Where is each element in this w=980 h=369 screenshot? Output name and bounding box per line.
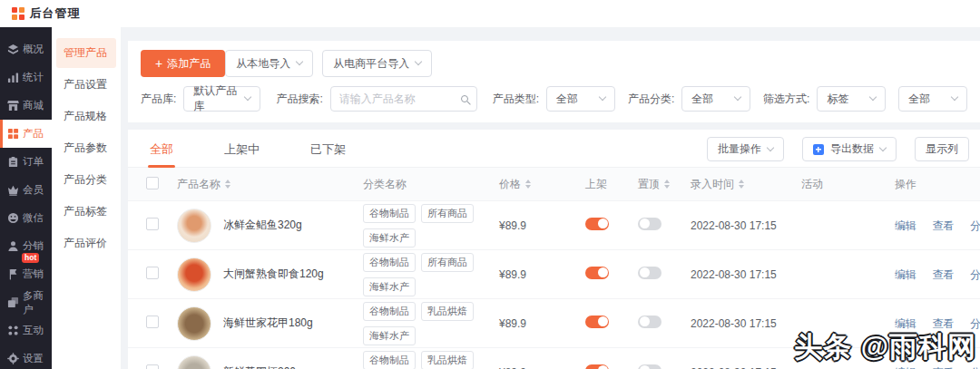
sidebar-item-interaction[interactable]: 互动 — [0, 316, 52, 345]
pin-toggle[interactable] — [638, 316, 662, 328]
category-tag: 谷物制品 — [363, 302, 416, 321]
on-shelf-toggle[interactable] — [585, 218, 609, 230]
import-local-button[interactable]: 从本地导入 — [225, 50, 313, 77]
search-icon[interactable] — [461, 95, 468, 102]
search-label: 产品搜索: — [276, 92, 322, 107]
row-checkbox[interactable] — [146, 218, 159, 230]
pin-toggle[interactable] — [638, 267, 662, 279]
sidebar-item-overview[interactable]: 概况 — [0, 35, 52, 63]
secondary-sidebar: 管理产品 产品设置 产品规格 产品参数 产品分类 产品标签 产品评价 — [52, 27, 121, 369]
edit-link[interactable]: 编辑 — [895, 219, 916, 232]
category-tags: 谷物制品乳品烘焙 海鲜水产 — [363, 302, 499, 345]
product-price: ¥89.9 — [499, 268, 585, 281]
sidebar-item-multi-merchant[interactable]: 多商户 — [0, 288, 52, 316]
column-activity: 活动 — [801, 178, 823, 190]
sidebar-item-members[interactable]: 会员 — [0, 176, 52, 204]
table-row: 海鲜世家花甲180g 谷物制品乳品烘焙 海鲜水产 ¥89.9 2022-08-3… — [128, 298, 980, 347]
select-all-checkbox[interactable] — [146, 177, 159, 189]
add-product-button[interactable]: + 添加产品 — [141, 50, 225, 77]
sidebar-item-marketing[interactable]: 营销 hot — [0, 260, 52, 288]
pin-toggle[interactable] — [638, 218, 662, 230]
tab-off-shelf[interactable]: 已下架 — [310, 131, 346, 168]
method-select[interactable]: 标签 — [817, 86, 886, 112]
product-thumbnail — [177, 306, 211, 341]
category-tags: 谷物制品所有商品 海鲜水产 — [363, 204, 499, 248]
toolbar-card: + 添加产品 从本地导入 从电商平台导入 产品库: 默认产品库 — [128, 41, 980, 122]
tab-on-shelf[interactable]: 上架中 — [224, 131, 260, 168]
share-link[interactable]: 分享 — [970, 317, 980, 330]
tabs-bar: 全部 上架中 已下架 批量操作 导出数据 — [128, 131, 980, 168]
sidebar-item-wechat[interactable]: 微信 — [0, 204, 52, 232]
sidebar-item-products[interactable]: 产品 — [0, 120, 52, 148]
category-tags: 谷物制品乳品烘焙 海鲜水产 — [363, 351, 499, 369]
batch-operations-button[interactable]: 批量操作 — [707, 137, 784, 161]
view-link[interactable]: 查看 — [932, 268, 954, 281]
filter-bar: 产品库: 默认产品库 产品搜索: 产品类型: 全部 产品 — [141, 86, 967, 112]
category-tag: 乳品烘焙 — [421, 302, 474, 321]
sidebar-item-orders[interactable]: 订单 — [0, 148, 52, 176]
view-link[interactable]: 查看 — [932, 219, 954, 232]
share-link[interactable]: 分享 — [970, 268, 980, 281]
edit-link[interactable]: 编辑 — [895, 317, 916, 330]
table-row: 新鲜基围虾200g 谷物制品乳品烘焙 海鲜水产 ¥89.9 2022-08-30… — [128, 347, 980, 369]
pin-toggle[interactable] — [638, 364, 662, 369]
row-checkbox[interactable] — [146, 364, 159, 369]
library-select[interactable]: 默认产品库 — [183, 86, 260, 112]
row-checkbox[interactable] — [146, 267, 159, 279]
gear-icon — [7, 353, 19, 364]
column-category: 分类名称 — [363, 178, 407, 190]
category-select[interactable]: 全部 — [681, 86, 750, 112]
sort-icon[interactable] — [739, 180, 744, 189]
submenu-item-product-params[interactable]: 产品参数 — [52, 133, 121, 163]
export-data-button[interactable]: 导出数据 — [802, 137, 897, 161]
category-tag: 乳品烘焙 — [421, 351, 474, 369]
column-pinned: 置顶 — [638, 177, 660, 192]
product-search-box — [330, 86, 477, 112]
row-checkbox[interactable] — [146, 316, 159, 328]
tab-all[interactable]: 全部 — [150, 131, 173, 168]
on-shelf-toggle[interactable] — [585, 316, 609, 328]
library-label: 产品库: — [141, 92, 176, 107]
import-platform-button[interactable]: 从电商平台导入 — [322, 50, 432, 77]
product-table-card: 全部 上架中 已下架 批量操作 导出数据 — [128, 130, 980, 369]
sort-icon[interactable] — [525, 180, 531, 189]
sort-icon[interactable] — [664, 180, 670, 189]
submenu-item-product-tags[interactable]: 产品标签 — [52, 197, 121, 227]
sidebar-item-stats[interactable]: 统计 — [0, 63, 52, 92]
sort-icon[interactable] — [225, 180, 230, 189]
share-link[interactable]: 分享 — [970, 219, 980, 232]
show-columns-button[interactable]: 显示列 — [915, 137, 969, 161]
product-price: ¥89.9 — [499, 366, 585, 369]
sidebar-item-settings[interactable]: 设置 — [0, 345, 52, 369]
sidebar-item-mall[interactable]: 商城 — [0, 92, 52, 120]
method-value-select[interactable]: 全部 — [898, 86, 967, 112]
view-link[interactable]: 查看 — [932, 317, 954, 330]
product-name[interactable]: 大闸蟹熟食即食120g — [223, 267, 324, 282]
product-name[interactable]: 冰鲜金鲳鱼320g — [223, 218, 302, 233]
logo-grid-icon — [12, 7, 24, 20]
product-name[interactable]: 海鲜世家花甲180g — [223, 316, 313, 331]
created-time: 2022-08-30 17:15 — [691, 268, 801, 281]
submenu-item-manage-products[interactable]: 管理产品 — [56, 38, 116, 68]
submenu-item-product-reviews[interactable]: 产品评价 — [52, 228, 121, 258]
chevron-down-icon — [869, 93, 877, 101]
type-label: 产品类型: — [493, 92, 539, 107]
product-name[interactable]: 新鲜基围虾200g — [223, 364, 302, 369]
created-time: 2022-08-30 17:15 — [691, 366, 801, 369]
on-shelf-toggle[interactable] — [585, 267, 609, 279]
products-icon — [7, 128, 19, 140]
column-price: 价格 — [499, 177, 521, 192]
members-icon — [7, 184, 19, 196]
table-row: 冰鲜金鲳鱼320g 谷物制品所有商品 海鲜水产 ¥89.9 2022-08-30… — [128, 200, 980, 249]
on-shelf-toggle[interactable] — [585, 364, 609, 369]
multi-merchant-icon — [7, 296, 19, 308]
product-search-input[interactable] — [339, 92, 461, 105]
export-data-icon — [813, 144, 824, 155]
category-tags: 谷物制品所有商品 海鲜水产 — [363, 253, 499, 296]
edit-link[interactable]: 编辑 — [895, 268, 916, 281]
submenu-item-product-categories[interactable]: 产品分类 — [52, 165, 121, 195]
category-tag: 所有商品 — [421, 204, 474, 223]
type-select[interactable]: 全部 — [546, 86, 615, 112]
submenu-item-product-settings[interactable]: 产品设置 — [52, 70, 121, 100]
submenu-item-product-specs[interactable]: 产品规格 — [52, 102, 121, 131]
